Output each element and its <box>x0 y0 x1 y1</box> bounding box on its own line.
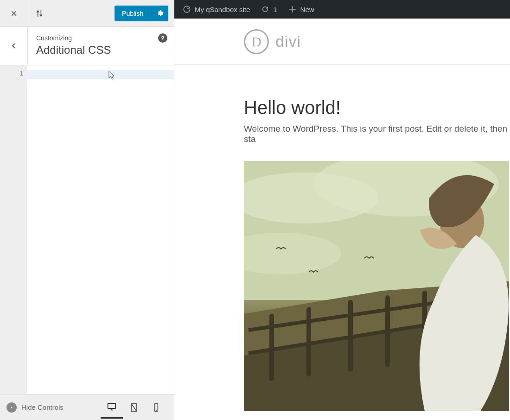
line-number: 1 <box>0 70 23 77</box>
section-titles: Customizing Additional CSS ? <box>28 27 174 65</box>
dashboard-icon <box>183 5 191 13</box>
logo-text: divi <box>275 32 301 51</box>
section-title: Additional CSS <box>36 44 167 57</box>
adminbar-site-name: My qSandbox site <box>195 6 250 13</box>
collapse-arrow-icon <box>6 402 17 413</box>
help-button[interactable]: ? <box>158 33 167 43</box>
publish-button[interactable]: Publish <box>115 6 151 21</box>
site-logo[interactable]: D divi <box>244 29 301 54</box>
adminbar-new-label: New <box>300 6 314 13</box>
chevron-left-icon <box>10 42 18 50</box>
post-body: Welcome to WordPress. This is your first… <box>244 124 510 144</box>
hide-controls-button[interactable]: Hide Controls <box>6 402 64 413</box>
device-mobile-button[interactable] <box>145 396 167 419</box>
sort-updown-icon <box>35 9 44 18</box>
editor-body[interactable] <box>27 65 174 394</box>
close-customizer-button[interactable] <box>0 0 28 26</box>
adminbar-updates-link[interactable]: 1 <box>255 0 282 19</box>
mobile-icon <box>152 403 161 412</box>
back-button[interactable] <box>0 27 28 65</box>
logo-mark: D <box>244 29 269 54</box>
adminbar-new-link[interactable]: New <box>283 0 320 19</box>
publish-settings-button[interactable] <box>151 6 168 21</box>
hide-controls-label: Hide Controls <box>21 403 64 411</box>
customizer-topbar: Publish <box>0 0 174 27</box>
post-area: Hello world! Welcome to WordPress. This … <box>174 65 510 420</box>
active-line-highlight <box>27 70 174 79</box>
svg-rect-0 <box>108 403 116 408</box>
desktop-icon <box>107 402 116 411</box>
device-tablet-button[interactable] <box>123 396 145 419</box>
editor-gutter: 1 <box>0 65 27 394</box>
publish-group: Publish <box>115 6 168 21</box>
section-header: Customizing Additional CSS ? <box>0 27 174 65</box>
site-preview: My qSandbox site 1 New D divi Hello worl… <box>174 0 510 420</box>
customizer-panel: Publish Customizing Additional CSS ? 1 <box>0 0 174 420</box>
gear-icon <box>156 10 164 17</box>
refresh-icon <box>261 5 269 13</box>
adminbar-site-link[interactable]: My qSandbox site <box>177 0 255 19</box>
wp-admin-bar: My qSandbox site 1 New <box>174 0 510 19</box>
customizer-footer: Hide Controls <box>0 394 174 420</box>
post-title[interactable]: Hello world! <box>244 97 510 118</box>
tablet-icon <box>129 403 139 412</box>
plus-icon <box>288 5 297 13</box>
adminbar-update-count: 1 <box>273 6 277 13</box>
device-desktop-button[interactable] <box>101 396 123 419</box>
svg-point-3 <box>156 410 157 411</box>
expand-collapse-button[interactable] <box>28 0 51 26</box>
section-label: Customizing <box>36 34 167 42</box>
close-icon <box>10 9 18 18</box>
css-editor[interactable]: 1 <box>0 65 174 394</box>
featured-image[interactable] <box>244 161 509 411</box>
site-header: D divi <box>174 19 510 65</box>
